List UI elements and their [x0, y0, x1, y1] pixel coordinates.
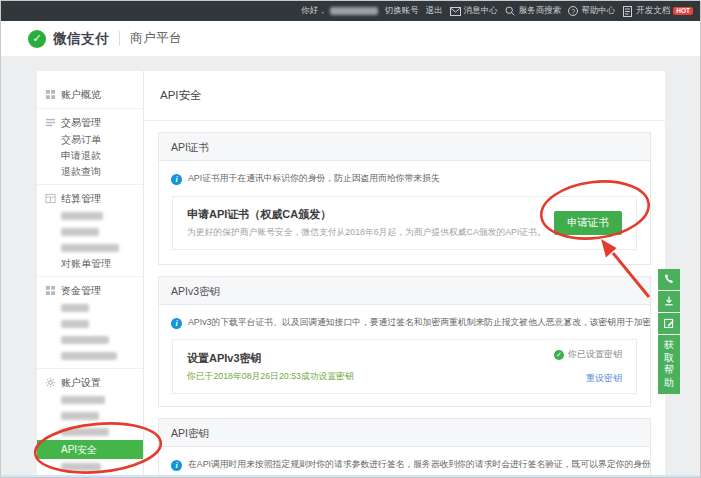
cert-apply-card: 申请API证书（权威CA颁发） 为更好的保护商户账号安全，微信支付从2018年6…	[172, 196, 637, 250]
sidebar-item-api-security[interactable]: API安全	[37, 440, 143, 459]
wechat-pay-merchant-page: 你好， 切换账号 退出 消息中心 服务商搜索 ? 帮助中心 开发文档 HOT	[0, 0, 701, 478]
sidebar-item-redacted[interactable]	[37, 332, 143, 348]
sidebar-item-redacted[interactable]	[37, 224, 143, 240]
phone-icon	[663, 271, 675, 289]
greeting-text: 你好，	[301, 5, 327, 17]
help-center-link[interactable]: ? 帮助中心	[568, 5, 615, 17]
apiv3-status-label: 你已设置密钥	[568, 348, 622, 361]
content-wrapper: 账户概览交易管理交易订单申请退款退款查询结算管理对账单管理资金管理账户设置API…	[37, 71, 665, 477]
wechat-pay-logo-icon: ✓	[28, 30, 46, 48]
get-help-button[interactable]: 获取帮助	[658, 335, 680, 394]
topbar: 你好， 切换账号 退出 消息中心 服务商搜索 ? 帮助中心 开发文档 HOT	[1, 1, 700, 21]
apiv3-key-status: ✓ 你已设置密钥 重设密钥	[554, 348, 622, 385]
sidebar-item-redacted[interactable]	[37, 459, 143, 475]
info-icon: i	[171, 174, 182, 185]
sidebar-item-transaction-orders[interactable]: 交易订单	[37, 132, 143, 148]
cert-info-text: API证书用于在通讯中标识你的身份，防止因盗用而给你带来损失	[188, 173, 440, 185]
download-icon	[663, 293, 675, 311]
edit-icon	[663, 315, 675, 333]
redacted-text	[61, 396, 105, 404]
redacted-text	[61, 352, 117, 360]
sidebar-item-label: 账户概览	[61, 85, 101, 104]
sidebar-item-funds-management[interactable]: 资金管理	[37, 281, 143, 300]
section-api-certificate-header: API证书	[159, 133, 650, 161]
sidebar-item-redacted[interactable]	[37, 408, 143, 424]
page-title: API安全	[160, 88, 202, 103]
apiv3-key-texts: 设置APIv3密钥 你已于2018年08月26日20:53成功设置密钥	[187, 351, 354, 383]
rows-icon	[45, 117, 56, 128]
gear-icon	[45, 377, 56, 388]
reset-key-link[interactable]: 重设密钥	[586, 373, 622, 383]
sidebar-section: 结算管理对账单管理	[37, 185, 143, 277]
sidebar-item-refund-query[interactable]: 退款查询	[37, 164, 143, 180]
redacted-text	[61, 463, 101, 471]
sidebar-item-statement-management[interactable]: 对账单管理	[37, 256, 143, 272]
sidebar-item-redacted[interactable]	[37, 348, 143, 364]
sidebar-item-label: 结算管理	[61, 189, 101, 208]
sidebar-item-settlement-management[interactable]: 结算管理	[37, 189, 143, 208]
sidebar-item-label: 账户设置	[61, 373, 101, 392]
cert-apply-title: 申请API证书（权威CA颁发）	[187, 207, 546, 222]
apiv3-info-row: i APIv3的下载平台证书、以及回调通知接口中，要通过签名和加密两重机制来防止…	[159, 305, 650, 337]
sidebar-section: 交易管理交易订单申请退款退款查询	[37, 109, 143, 185]
sidebar-item-label: 对账单管理	[61, 256, 111, 272]
sidebar-section: 账户概览	[37, 81, 143, 109]
sidebar-item-label: API安全	[61, 440, 97, 459]
envelope-icon	[450, 6, 461, 17]
logout-link[interactable]: 退出	[426, 5, 443, 17]
phone-help-button[interactable]	[658, 269, 680, 290]
sidebar-item-label: 交易订单	[61, 132, 101, 148]
grid-icon	[45, 285, 56, 296]
sidebar-item-account-settings[interactable]: 账户设置	[37, 373, 143, 392]
check-circle-icon: ✓	[554, 350, 564, 360]
brand-header: ✓ 微信支付 商户平台	[1, 21, 700, 56]
message-center-link[interactable]: 消息中心	[450, 5, 498, 17]
feedback-edit-button[interactable]	[658, 313, 680, 334]
apikey-info-row: i 在API调用时用来按照指定规则对你的请求参数进行签名，服务器收到你的请求时会…	[159, 447, 650, 478]
sidebar-section: 资金管理	[37, 277, 143, 369]
download-button[interactable]	[658, 291, 680, 312]
brand-divider	[119, 31, 120, 46]
sidebar-item-account-overview[interactable]: 账户概览	[37, 85, 143, 104]
hot-badge: HOT	[673, 7, 693, 16]
redacted-text	[61, 428, 109, 436]
info-icon: i	[171, 318, 182, 329]
brand-product-name: 微信支付	[53, 30, 109, 48]
section-api-key-header: API密钥	[159, 419, 650, 447]
dev-docs-link[interactable]: 开发文档 HOT	[622, 5, 693, 17]
floating-help-toolbar: 获取帮助	[658, 269, 680, 394]
sidebar-item-label: 资金管理	[61, 281, 101, 300]
redacted-text	[61, 336, 109, 344]
apikey-info-text: 在API调用时用来按照指定规则对你的请求参数进行签名，服务器收到你的请求时会进行…	[188, 459, 650, 471]
switch-account-link[interactable]: 切换账号	[385, 5, 419, 17]
sidebar-item-redacted[interactable]	[37, 240, 143, 256]
service-search-link[interactable]: 服务商搜索	[505, 5, 562, 17]
section-api-key: API密钥 i 在API调用时用来按照指定规则对你的请求参数进行签名，服务器收到…	[158, 418, 651, 478]
document-icon	[622, 6, 633, 17]
apiv3-info-text: APIv3的下载平台证书、以及回调通知接口中，要通过签名和加密两重机制来防止报文…	[188, 317, 650, 329]
redacted-text	[61, 320, 89, 328]
sidebar-item-label: 申请退款	[61, 148, 101, 164]
section-apiv3-key-header: APIv3密钥	[159, 277, 650, 305]
redacted-text	[61, 412, 99, 420]
sidebar-item-transaction-management[interactable]: 交易管理	[37, 113, 143, 132]
section-apiv3-key: APIv3密钥 i APIv3的下载平台证书、以及回调通知接口中，要通过签名和加…	[158, 276, 651, 407]
brand-portal-name: 商户平台	[130, 30, 182, 47]
sidebar-item-redacted[interactable]	[37, 208, 143, 224]
redacted-text	[61, 212, 103, 220]
sidebar-item-redacted[interactable]	[37, 392, 143, 408]
sidebar-item-redacted[interactable]	[37, 316, 143, 332]
sidebar-item-redacted[interactable]	[37, 424, 143, 440]
section-api-certificate: API证书 i API证书用于在通讯中标识你的身份，防止因盗用而给你带来损失 申…	[158, 132, 651, 265]
apiv3-key-set-time: 你已于2018年08月26日20:53成功设置密钥	[187, 371, 354, 383]
sidebar-item-redacted[interactable]	[37, 300, 143, 316]
bottom-edge-strip	[1, 475, 700, 477]
redacted-text	[61, 244, 119, 252]
redacted-text	[61, 304, 89, 312]
apiv3-status-line: ✓ 你已设置密钥	[554, 348, 622, 361]
greeting: 你好，	[301, 5, 378, 17]
redacted-text	[61, 228, 99, 236]
apply-certificate-button[interactable]: 申请证书	[554, 211, 622, 235]
apiv3-key-title: 设置APIv3密钥	[187, 351, 354, 366]
sidebar-item-apply-refund[interactable]: 申请退款	[37, 148, 143, 164]
